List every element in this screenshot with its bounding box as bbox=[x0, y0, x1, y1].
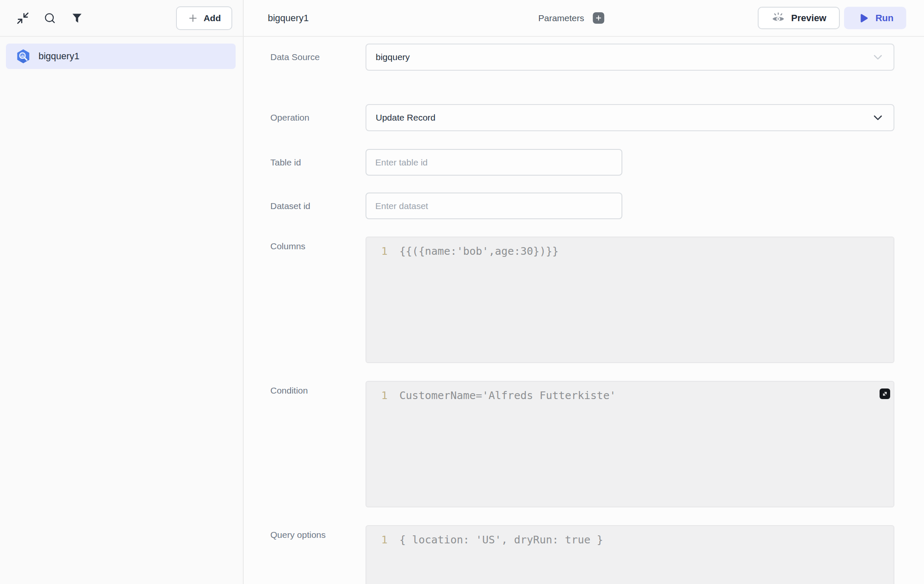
run-label: Run bbox=[875, 13, 894, 24]
query-options-code-editor[interactable]: 1 { location: 'US', dryRun: true } bbox=[366, 525, 894, 584]
line-number: 1 bbox=[366, 245, 388, 258]
columns-code-editor[interactable]: 1 {{({name:'bob',age:30})}} bbox=[366, 237, 894, 363]
query-sidebar: Add bigquery1 bbox=[0, 0, 244, 584]
eye-icon bbox=[771, 11, 785, 25]
code-line: 1 CustomerName='Alfreds Futterkiste' bbox=[366, 389, 894, 402]
operation-row: Operation Update Record bbox=[270, 104, 894, 131]
collapse-panel-icon[interactable] bbox=[15, 11, 30, 26]
search-icon[interactable] bbox=[42, 11, 58, 26]
dataset-id-label: Dataset id bbox=[270, 201, 366, 211]
line-number: 1 bbox=[366, 533, 388, 547]
expand-editor-button[interactable] bbox=[880, 388, 890, 399]
chevron-down-icon bbox=[872, 111, 884, 124]
preview-button[interactable]: Preview bbox=[758, 7, 840, 29]
line-number: 1 bbox=[366, 389, 388, 402]
columns-row: Columns 1 {{({name:'bob',age:30})}} bbox=[270, 237, 894, 363]
query-options-label: Query options bbox=[270, 525, 366, 584]
dataset-id-row: Dataset id bbox=[270, 193, 894, 219]
query-list-item-bigquery1[interactable]: bigquery1 bbox=[6, 44, 236, 69]
query-title: bigquery1 bbox=[268, 13, 309, 24]
filter-icon[interactable] bbox=[69, 11, 85, 26]
add-query-button[interactable]: Add bbox=[176, 6, 232, 30]
operation-value: Update Record bbox=[376, 113, 435, 123]
parameters-label: Parameters bbox=[538, 13, 584, 23]
data-source-label: Data Source bbox=[270, 52, 366, 62]
table-id-row: Table id bbox=[270, 149, 894, 176]
condition-row: Condition 1 CustomerName='Alfreds Futter… bbox=[270, 381, 894, 507]
plus-icon bbox=[595, 14, 602, 22]
play-icon bbox=[857, 12, 869, 25]
query-options-code-text: { location: 'US', dryRun: true } bbox=[399, 533, 603, 547]
data-source-select[interactable]: bigquery bbox=[366, 44, 894, 71]
add-query-label: Add bbox=[204, 13, 221, 23]
query-options-row: Query options 1 { location: 'US', dryRun… bbox=[270, 525, 894, 584]
code-line: 1 {{({name:'bob',age:30})}} bbox=[366, 245, 894, 258]
preview-label: Preview bbox=[791, 13, 826, 24]
code-line: 1 { location: 'US', dryRun: true } bbox=[366, 533, 894, 547]
operation-select[interactable]: Update Record bbox=[366, 104, 894, 131]
data-source-value: bigquery bbox=[376, 52, 410, 62]
parameters-group: Parameters bbox=[538, 12, 604, 24]
sidebar-toolbar: Add bbox=[0, 0, 243, 37]
query-list: bigquery1 bbox=[0, 37, 243, 69]
columns-label: Columns bbox=[270, 237, 366, 363]
condition-code-text: CustomerName='Alfreds Futterkiste' bbox=[399, 389, 616, 402]
data-source-row: Data Source bigquery bbox=[270, 44, 894, 71]
query-form: Data Source bigquery Operation Update Re… bbox=[244, 37, 924, 584]
chevron-down-icon bbox=[872, 51, 884, 63]
condition-label: Condition bbox=[270, 381, 366, 507]
condition-code-editor[interactable]: 1 CustomerName='Alfreds Futterkiste' bbox=[366, 381, 894, 507]
header-actions: Preview Run bbox=[758, 7, 906, 29]
plus-icon bbox=[187, 13, 198, 24]
table-id-input[interactable] bbox=[366, 149, 622, 176]
table-id-label: Table id bbox=[270, 157, 366, 168]
run-button[interactable]: Run bbox=[844, 7, 906, 29]
operation-label: Operation bbox=[270, 113, 366, 123]
query-item-label: bigquery1 bbox=[38, 51, 80, 62]
bigquery-icon bbox=[15, 48, 31, 64]
expand-icon bbox=[882, 391, 888, 397]
columns-code-text: {{({name:'bob',age:30})}} bbox=[399, 245, 558, 258]
query-editor-panel: bigquery1 Parameters Preview bbox=[244, 0, 924, 584]
dataset-id-input[interactable] bbox=[366, 193, 622, 219]
query-editor-header: bigquery1 Parameters Preview bbox=[244, 0, 924, 37]
add-parameter-button[interactable] bbox=[593, 12, 604, 24]
